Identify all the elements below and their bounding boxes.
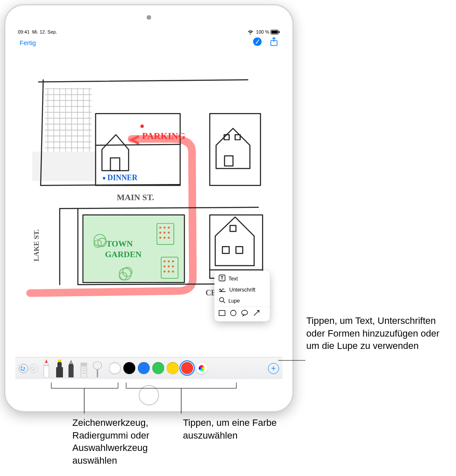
svg-point-28 xyxy=(163,227,165,229)
add-button[interactable]: + xyxy=(268,363,279,374)
color-white[interactable] xyxy=(109,362,121,374)
svg-point-38 xyxy=(168,261,170,263)
svg-point-45 xyxy=(172,271,174,273)
eraser-tool[interactable] xyxy=(79,360,92,377)
bracket-tools xyxy=(51,382,118,388)
screen: 09:41 Mi. 12. Sep. 100 % Fertig xyxy=(15,28,282,379)
color-picker[interactable] xyxy=(196,362,208,374)
svg-point-39 xyxy=(172,261,174,263)
shape-arrow-icon[interactable] xyxy=(253,309,260,317)
status-time: 09:41 xyxy=(18,29,30,34)
nav-bar: Fertig xyxy=(15,36,282,49)
battery-icon: 100 % xyxy=(256,29,280,34)
svg-rect-17 xyxy=(230,226,236,232)
popup-loupe-label: Lupe xyxy=(228,298,240,304)
svg-rect-1 xyxy=(271,31,278,34)
add-menu-popup: Text Unterschrift Lupe xyxy=(214,271,270,321)
status-bar: 09:41 Mi. 12. Sep. 100 % xyxy=(15,28,282,36)
drawing-tools xyxy=(41,357,105,377)
svg-rect-2 xyxy=(279,31,280,33)
svg-rect-11 xyxy=(224,135,229,140)
color-black[interactable] xyxy=(123,362,135,374)
done-button[interactable]: Fertig xyxy=(20,39,36,46)
undo-button[interactable] xyxy=(19,364,28,373)
callout-add: Tippen, um Text, Unterschriften oder For… xyxy=(306,314,451,352)
svg-rect-10 xyxy=(225,156,233,166)
label-parking: PARKING xyxy=(142,131,185,141)
svg-point-46 xyxy=(103,177,105,179)
pen-tool[interactable] xyxy=(41,357,54,377)
markup-icon[interactable] xyxy=(253,37,262,48)
svg-rect-16 xyxy=(236,246,243,253)
markup-canvas[interactable]: PARKING DINNER MAIN ST. CENTER AVE. LAKE… xyxy=(15,49,282,347)
svg-point-34 xyxy=(163,237,165,239)
svg-rect-15 xyxy=(222,246,229,253)
svg-point-30 xyxy=(159,232,161,234)
svg-rect-49 xyxy=(219,311,225,316)
highlighter-tool[interactable] xyxy=(54,360,66,377)
svg-rect-5 xyxy=(45,88,91,152)
svg-point-56 xyxy=(93,362,102,369)
svg-point-29 xyxy=(168,227,170,229)
lasso-tool[interactable] xyxy=(92,360,105,377)
shape-circle-icon[interactable] xyxy=(230,309,237,317)
share-icon[interactable] xyxy=(270,37,278,48)
color-red[interactable] xyxy=(181,362,193,374)
signature-icon xyxy=(219,286,226,293)
label-town: TOWN xyxy=(106,239,133,248)
svg-point-43 xyxy=(163,271,165,273)
callout-tools: Zeichenwerkzeug, Radiergummi oder Auswah… xyxy=(72,416,183,467)
color-green[interactable] xyxy=(152,362,164,374)
svg-point-33 xyxy=(159,237,161,239)
color-swatches xyxy=(109,362,263,374)
svg-point-27 xyxy=(159,227,161,229)
svg-point-51 xyxy=(242,310,248,315)
shape-rect-icon[interactable] xyxy=(219,309,225,317)
loupe-icon xyxy=(219,297,225,305)
svg-rect-8 xyxy=(111,158,120,171)
callout-colors: Tippen, um eine Farbe auszuwählen xyxy=(183,416,281,442)
svg-point-32 xyxy=(168,232,170,234)
svg-point-18 xyxy=(140,125,144,128)
svg-point-40 xyxy=(163,266,165,268)
wifi-icon xyxy=(248,30,254,34)
popup-signature-row[interactable]: Unterschrift xyxy=(214,284,270,295)
svg-point-31 xyxy=(163,232,165,234)
label-garden: GARDEN xyxy=(105,249,142,259)
svg-rect-53 xyxy=(58,360,61,362)
battery-text: 100 % xyxy=(256,29,269,34)
text-icon xyxy=(219,275,225,283)
popup-text-row[interactable]: Text xyxy=(214,273,270,284)
color-blue[interactable] xyxy=(138,362,150,374)
markup-toolbar: + xyxy=(15,357,282,379)
svg-point-50 xyxy=(231,310,236,316)
color-yellow[interactable] xyxy=(167,362,179,374)
svg-rect-52 xyxy=(44,365,48,366)
shape-speech-icon[interactable] xyxy=(241,309,248,317)
svg-rect-9 xyxy=(210,113,260,185)
label-dinner: DINNER xyxy=(108,173,138,182)
svg-rect-55 xyxy=(81,363,87,366)
svg-point-35 xyxy=(168,237,170,239)
svg-point-48 xyxy=(219,298,224,302)
popup-text-label: Text xyxy=(228,276,238,282)
bracket-colors xyxy=(126,382,237,388)
popup-signature-label: Unterschrift xyxy=(229,287,255,293)
redo-button[interactable] xyxy=(29,364,38,373)
svg-point-41 xyxy=(168,266,170,268)
svg-point-42 xyxy=(172,266,174,268)
popup-shapes-row xyxy=(214,306,270,319)
label-lake-st: LAKE ST. xyxy=(32,229,40,261)
label-main-st: MAIN ST. xyxy=(117,193,154,202)
svg-point-44 xyxy=(168,271,170,273)
status-date: Mi. 12. Sep. xyxy=(32,29,57,34)
popup-loupe-row[interactable]: Lupe xyxy=(214,295,270,306)
front-camera xyxy=(147,15,151,20)
pencil-tool[interactable] xyxy=(66,360,79,377)
ipad-frame: 09:41 Mi. 12. Sep. 100 % Fertig xyxy=(4,4,294,412)
svg-point-37 xyxy=(163,261,165,263)
